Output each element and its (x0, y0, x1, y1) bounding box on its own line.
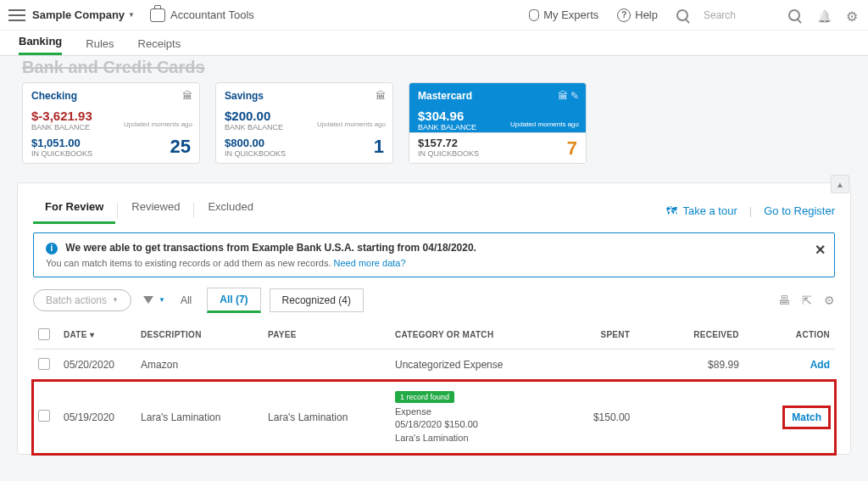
tab-receipts[interactable]: Receipts (138, 37, 181, 55)
help-label: Help (635, 8, 658, 21)
chevron-down-icon: ▼ (112, 296, 119, 304)
cell-description: Amazon (136, 349, 263, 381)
take-tour-link[interactable]: 🗺 Take a tour (666, 204, 737, 217)
col-action: ACTION (744, 322, 835, 350)
banner-line2-text: You can match items to existing records … (46, 258, 334, 268)
qb-balance-label: IN QUICKBOOKS (31, 149, 191, 158)
match-button[interactable]: Match (792, 411, 821, 423)
user-icon (529, 9, 539, 21)
tab-reviewed[interactable]: Reviewed (120, 197, 192, 224)
account-card-checking[interactable]: Checking 🏛 $-3,621.93 BANK BALANCE Updat… (22, 82, 200, 164)
export-icon[interactable]: ⇱ (802, 294, 812, 307)
accountant-tools-label: Accountant Tools (170, 8, 254, 21)
search-icon[interactable] (676, 9, 688, 21)
scroll-up-button[interactable]: ▲ (831, 175, 849, 193)
print-icon[interactable]: 🖶 (778, 294, 790, 307)
help-link[interactable]: ? Help (617, 8, 658, 22)
col-payee: PAYEE (263, 322, 390, 350)
company-selector[interactable]: Sample Company ▼ (32, 8, 135, 21)
select-all-checkbox[interactable] (38, 328, 50, 340)
col-category: CATEGORY OR MATCH (390, 322, 535, 350)
settings-icon[interactable]: ⚙ (824, 294, 835, 307)
menu-icon[interactable] (8, 9, 25, 21)
add-button[interactable]: Add (810, 359, 830, 371)
qb-balance-label: IN QUICKBOOKS (225, 149, 384, 158)
go-to-register-link[interactable]: Go to Register (764, 204, 835, 217)
filter-all-count[interactable]: All (7) (207, 288, 260, 313)
help-icon: ? (617, 8, 631, 22)
page-title: Bank and Credit Cards (22, 58, 851, 77)
banner-line1-text: We were able to get transactions from Ex… (65, 242, 476, 254)
updated-text: Updated moments ago (510, 120, 579, 128)
take-tour-label: Take a tour (682, 204, 737, 217)
my-experts-label: My Experts (543, 8, 598, 21)
filter-all[interactable]: All (174, 291, 198, 310)
cell-date: 05/20/2020 (58, 349, 136, 381)
my-experts-link[interactable]: My Experts (529, 8, 598, 21)
record-found-badge: 1 record found (395, 391, 454, 403)
account-name: Savings (225, 90, 384, 102)
cell-date: 05/19/2020 (58, 381, 136, 453)
col-date[interactable]: DATE ▾ (58, 322, 136, 350)
divider (117, 203, 118, 218)
page: Bank and Credit Cards Checking 🏛 $-3,621… (0, 56, 868, 481)
cell-category: 1 record found Expense 05/18/2020 $150.0… (390, 381, 535, 453)
cell-description: Lara's Lamination (136, 381, 263, 453)
account-card-mastercard[interactable]: Mastercard 🏛 ✎ $304.96 BANK BALANCE Upda… (409, 82, 587, 164)
updated-text: Updated moments ago (124, 120, 192, 128)
bank-icon: 🏛 (376, 90, 386, 102)
table-row[interactable]: 05/20/2020 Amazon Uncategorized Expense … (33, 349, 835, 381)
match-line: 05/18/2020 $150.00 (395, 418, 530, 431)
bell-icon[interactable] (817, 9, 829, 21)
review-panel: For Review Reviewed Excluded 🗺 Take a to… (17, 182, 851, 455)
close-icon[interactable]: ✕ (815, 242, 826, 258)
gear-icon[interactable] (846, 8, 860, 22)
info-icon: i (46, 243, 58, 254)
account-card-savings[interactable]: Savings 🏛 $200.00 BANK BALANCE Updated m… (215, 82, 393, 164)
match-line: Lara's Lamination (395, 432, 530, 445)
col-received: RECEIVED (635, 322, 744, 350)
row-checkbox[interactable] (38, 410, 50, 422)
search-submit-icon[interactable] (788, 9, 800, 21)
batch-actions-button[interactable]: Batch actions ▼ (33, 289, 131, 311)
account-name: Checking (31, 90, 191, 102)
qb-balance: $800.00 (225, 137, 384, 149)
qb-balance-label: IN QUICKBOOKS (418, 149, 577, 158)
accountant-tools-link[interactable]: Accountant Tools (150, 8, 254, 22)
tab-for-review[interactable]: For Review (33, 197, 115, 224)
info-banner: i We were able to get transactions from … (33, 232, 835, 277)
qb-balance: $1,051.00 (31, 137, 191, 149)
search-input[interactable]: Search (704, 9, 771, 21)
divider (193, 203, 194, 218)
cell-category: Uncategorized Expense (390, 349, 535, 381)
table-row-highlighted[interactable]: 05/19/2020 Lara's Lamination Lara's Lami… (33, 381, 835, 453)
cell-received: $89.99 (635, 349, 744, 381)
match-line: Expense (395, 405, 530, 418)
col-description: DESCRIPTION (136, 322, 263, 350)
match-details: Expense 05/18/2020 $150.00 Lara's Lamina… (395, 405, 530, 445)
filter-row: Batch actions ▼ ▼ All All (7) Recognized… (33, 288, 835, 313)
tab-rules[interactable]: Rules (86, 37, 114, 55)
tab-banking[interactable]: Banking (19, 35, 62, 55)
bank-icon: 🏛 ✎ (558, 90, 579, 102)
topbar: Sample Company ▼ Accountant Tools My Exp… (0, 0, 868, 31)
tx-count: 25 (170, 136, 191, 158)
col-spent: SPENT (535, 322, 635, 350)
banner-line1: i We were able to get transactions from … (46, 242, 822, 254)
chevron-down-icon: ▼ (128, 11, 135, 19)
company-name: Sample Company (32, 8, 125, 21)
banner-line2: You can match items to existing records … (46, 258, 822, 268)
batch-actions-label: Batch actions (46, 294, 107, 306)
chevron-down-icon: ▼ (159, 296, 165, 304)
cell-spent: $150.00 (535, 381, 635, 453)
need-more-data-link[interactable]: Need more data? (334, 258, 406, 268)
cell-payee: Lara's Lamination (263, 381, 390, 453)
row-checkbox[interactable] (38, 358, 50, 370)
filter-recognized[interactable]: Recognized (4) (270, 288, 364, 312)
filter-icon[interactable] (143, 296, 153, 304)
table-tools: 🖶 ⇱ ⚙ (778, 294, 835, 307)
tx-count: 7 (567, 137, 577, 159)
tab-excluded[interactable]: Excluded (196, 197, 264, 224)
cell-received (635, 381, 744, 453)
divider: | (749, 204, 752, 217)
